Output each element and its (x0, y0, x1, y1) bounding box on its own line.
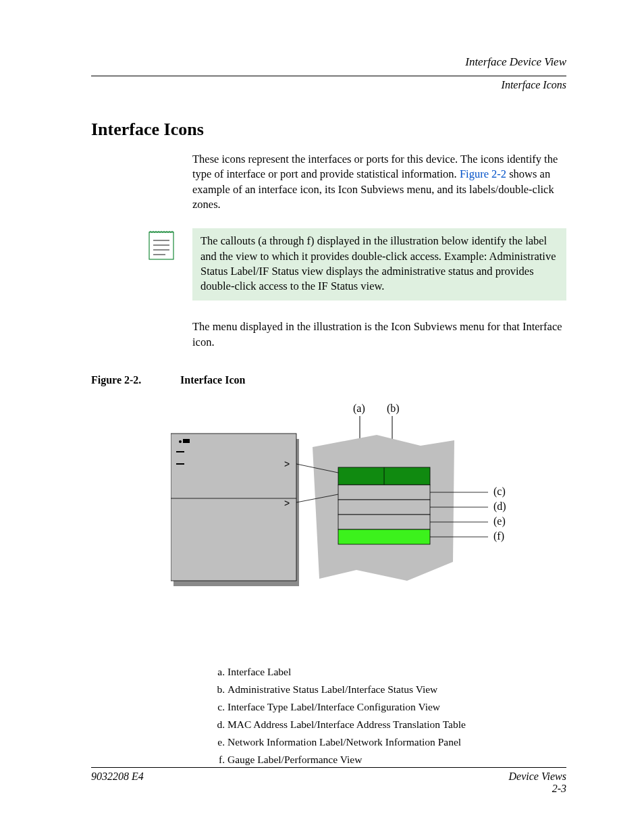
svg-rect-23 (338, 515, 430, 529)
svg-point-9 (179, 440, 182, 443)
callout-b-label: (b) (387, 402, 400, 415)
figure-caption: Figure 2-2.Interface Icon (91, 374, 566, 386)
note-icon (145, 228, 178, 261)
svg-rect-10 (183, 439, 190, 443)
callout-c-label: (c) (493, 486, 506, 498)
callout-f-label: (f) (493, 530, 504, 542)
svg-text:>: > (284, 498, 290, 509)
legend-item-c: Interface Type Label/Interface Configura… (227, 698, 566, 716)
page-header: Interface Device View Interface Icons (91, 54, 566, 93)
footer-page-number: 2-3 (509, 783, 566, 795)
note-block: The callouts (a through f) displayed in … (91, 228, 566, 301)
legend-item-d: MAC Address Label/Interface Address Tran… (227, 716, 566, 733)
after-note-paragraph: The menu displayed in the illustration i… (192, 319, 566, 350)
legend-item-f: Gauge Label/Performance View (227, 751, 566, 768)
svg-rect-11 (176, 451, 184, 452)
legend-item-e: Network Information Label/Network Inform… (227, 733, 566, 751)
svg-text:>: > (284, 459, 290, 469)
header-rule (91, 76, 566, 76)
figure-label: Figure 2-2. (91, 374, 180, 386)
footer-rule (91, 767, 566, 768)
figure-illustration: (a) (b) > > (171, 400, 535, 602)
svg-rect-22 (338, 500, 430, 515)
figure-link[interactable]: Figure 2-2 (460, 167, 506, 180)
figure-legend: Interface Label Administrative Status La… (213, 663, 566, 768)
svg-rect-8 (171, 434, 296, 581)
callout-e-label: (e) (493, 515, 506, 527)
legend-item-a: Interface Label (227, 663, 566, 681)
legend-item-b: Administrative Status Label/Interface St… (227, 681, 566, 698)
callout-d-label: (d) (493, 500, 506, 513)
note-text: The callouts (a through f) displayed in … (192, 228, 566, 301)
svg-rect-21 (338, 485, 430, 500)
svg-rect-12 (176, 463, 184, 465)
header-line1: Interface Device View (91, 54, 566, 70)
footer-right-title: Device Views (509, 771, 566, 782)
intro-paragraph: These icons represent the interfaces or … (192, 152, 566, 212)
page-footer: 9032208 E4 Device Views 2-3 (91, 767, 566, 795)
callout-a-label: (a) (353, 402, 365, 415)
header-line2: Interface Icons (91, 78, 566, 93)
svg-rect-24 (338, 529, 430, 544)
figure-title: Interface Icon (180, 374, 245, 386)
section-title: Interface Icons (91, 120, 566, 140)
footer-doc-id: 9032208 E4 (91, 771, 144, 795)
